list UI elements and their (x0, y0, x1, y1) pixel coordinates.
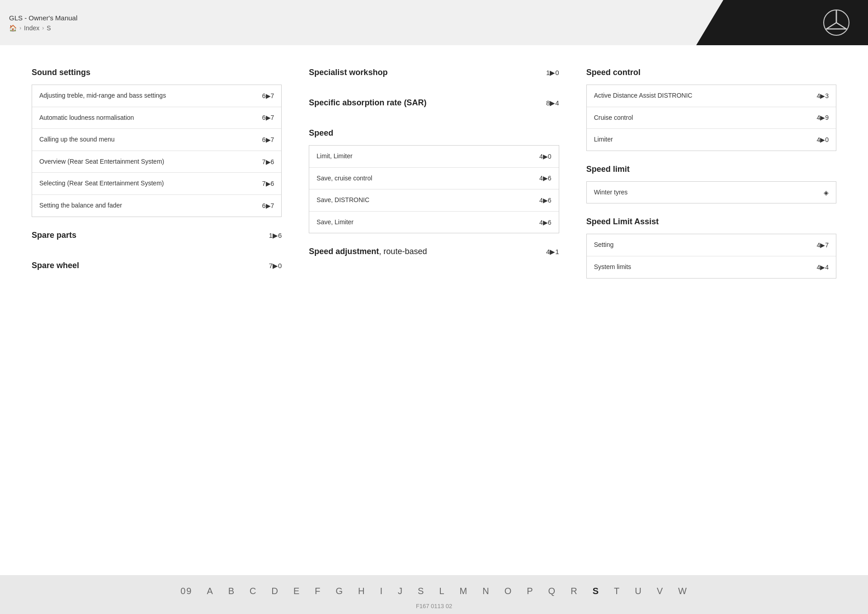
breadcrumb-index[interactable]: Index (24, 24, 39, 32)
alpha-item-r[interactable]: R (563, 583, 585, 599)
spare-parts-page: 1▶6 (269, 231, 282, 240)
item-text: Setting the balance and fader (39, 201, 262, 210)
alphabet-nav: 09 A B C D E F G H I J S L M N O P Q R S… (0, 583, 868, 599)
item-text: Cruise control (594, 113, 817, 123)
speed-limit-box: Winter tyres ◈ (586, 181, 836, 204)
speed-box: Limit, Limiter 4▶0 Save, cruise control … (309, 145, 559, 233)
alpha-item-v[interactable]: V (650, 583, 671, 599)
alpha-item-d[interactable]: D (264, 583, 286, 599)
spare-wheel-page: 7▶0 (269, 262, 282, 270)
list-item[interactable]: Setting the balance and fader 6▶7 (32, 195, 281, 217)
item-page: 4▶0 (539, 153, 552, 160)
alpha-item-j[interactable]: J (391, 583, 410, 599)
section-title-sound-settings: Sound settings (32, 68, 282, 77)
alpha-item-b[interactable]: B (221, 583, 242, 599)
list-item[interactable]: Calling up the sound menu 6▶7 (32, 129, 281, 151)
item-text: Selecting (Rear Seat Entertainment Syste… (39, 179, 262, 188)
list-item[interactable]: Selecting (Rear Seat Entertainment Syste… (32, 173, 281, 195)
list-item[interactable]: Overview (Rear Seat Entertainment System… (32, 151, 281, 173)
alpha-item-a[interactable]: A (199, 583, 221, 599)
alpha-item-k[interactable]: S (410, 583, 432, 599)
alpha-item-e[interactable]: E (286, 583, 307, 599)
alpha-item-t[interactable]: T (607, 583, 627, 599)
section-speed-adjustment[interactable]: Speed adjustment, route-based 4▶1 (309, 247, 559, 256)
alpha-item-q[interactable]: Q (541, 583, 564, 599)
column-3: Speed control Active Distance Assist DIS… (586, 68, 836, 279)
section-title-speed-limit-assist: Speed Limit Assist (586, 217, 836, 227)
speed-adjustment-page: 4▶1 (546, 248, 559, 256)
alpha-item-i[interactable]: I (373, 583, 391, 599)
speed-adjustment-suffix: , route-based (379, 247, 427, 256)
breadcrumb-current: S (47, 24, 51, 32)
item-page: 6▶7 (262, 92, 274, 99)
alpha-item-w[interactable]: W (671, 583, 695, 599)
alpha-item-c[interactable]: C (242, 583, 264, 599)
column-2: Specialist workshop 1▶0 Specific absorpt… (309, 68, 559, 279)
section-spare-parts[interactable]: Spare parts 1▶6 (32, 231, 282, 240)
list-item[interactable]: Limiter 4▶0 (587, 129, 836, 151)
header: GLS - Owner's Manual 🏠 › Index › S (0, 0, 868, 45)
item-page: 4▶9 (816, 114, 829, 121)
alpha-item-p[interactable]: P (519, 583, 541, 599)
section-specialist-workshop[interactable]: Specialist workshop 1▶0 (309, 68, 559, 77)
item-page: 6▶7 (262, 202, 274, 209)
specialist-workshop-page: 1▶0 (546, 69, 559, 77)
list-item[interactable]: Save, DISTRONIC 4▶6 (309, 189, 558, 212)
list-item[interactable]: Setting 4▶7 (587, 234, 836, 256)
list-item[interactable]: Automatic loudness normalisation 6▶7 (32, 107, 281, 129)
alpha-item-h[interactable]: H (351, 583, 373, 599)
item-text: Limit, Limiter (316, 152, 539, 161)
item-page: 6▶7 (262, 114, 274, 121)
alpha-item-l[interactable]: L (432, 583, 452, 599)
alpha-item-09[interactable]: 09 (173, 583, 199, 599)
item-text: Save, Limiter (316, 218, 539, 227)
item-text: Calling up the sound menu (39, 135, 262, 144)
list-item[interactable]: Active Distance Assist DISTRONIC 4▶3 (587, 85, 836, 107)
list-item[interactable]: Winter tyres ◈ (587, 182, 836, 203)
item-page: 4▶6 (539, 175, 552, 182)
section-sar[interactable]: Specific absorption rate (SAR) 8▶4 (309, 98, 559, 108)
item-text: Save, DISTRONIC (316, 196, 539, 205)
list-item[interactable]: Adjusting treble, mid-range and bass set… (32, 85, 281, 107)
item-page: 4▶0 (816, 136, 829, 143)
breadcrumb-sep2: › (42, 25, 44, 31)
list-item[interactable]: Save, cruise control 4▶6 (309, 168, 558, 190)
speed-limit-assist-box: Setting 4▶7 System limits 4▶4 (586, 234, 836, 278)
home-icon[interactable]: 🏠 (9, 24, 17, 32)
item-page: 4▶6 (539, 219, 552, 226)
item-page: 4▶6 (539, 197, 552, 204)
list-item[interactable]: Limit, Limiter 4▶0 (309, 146, 558, 168)
item-page: 7▶6 (262, 158, 274, 165)
list-item[interactable]: Cruise control 4▶9 (587, 107, 836, 129)
item-text: Winter tyres (594, 188, 824, 197)
item-text: Setting (594, 241, 817, 250)
alpha-item-m[interactable]: M (453, 583, 476, 599)
sar-page: 8▶4 (546, 99, 559, 107)
section-title-speed-limit: Speed limit (586, 165, 836, 174)
footer: 09 A B C D E F G H I J S L M N O P Q R S… (0, 575, 868, 614)
item-text: System limits (594, 263, 817, 272)
alpha-item-s[interactable]: S (585, 583, 607, 599)
alpha-item-n[interactable]: N (475, 583, 497, 599)
item-text: Overview (Rear Seat Entertainment System… (39, 157, 262, 166)
section-title-speed-adjustment: Speed adjustment, route-based (309, 247, 427, 256)
alpha-item-u[interactable]: U (627, 583, 649, 599)
main-content: Sound settings Adjusting treble, mid-ran… (0, 45, 868, 575)
item-text: Save, cruise control (316, 174, 539, 183)
item-page: 4▶4 (816, 264, 829, 271)
mercedes-logo (823, 9, 850, 36)
alpha-item-o[interactable]: O (497, 583, 520, 599)
alpha-item-f[interactable]: F (307, 583, 328, 599)
header-logo-area (696, 0, 868, 45)
alpha-item-g[interactable]: G (329, 583, 351, 599)
sound-settings-box: Adjusting treble, mid-range and bass set… (32, 85, 282, 217)
speed-control-box: Active Distance Assist DISTRONIC 4▶3 Cru… (586, 85, 836, 151)
section-title-sar: Specific absorption rate (SAR) (309, 98, 426, 108)
item-text: Adjusting treble, mid-range and bass set… (39, 91, 262, 100)
item-page: 4▶7 (816, 241, 829, 249)
list-item[interactable]: System limits 4▶4 (587, 256, 836, 278)
section-spare-wheel[interactable]: Spare wheel 7▶0 (32, 261, 282, 270)
breadcrumb-sep1: › (19, 25, 21, 31)
list-item[interactable]: Save, Limiter 4▶6 (309, 212, 558, 233)
item-text: Automatic loudness normalisation (39, 113, 262, 123)
